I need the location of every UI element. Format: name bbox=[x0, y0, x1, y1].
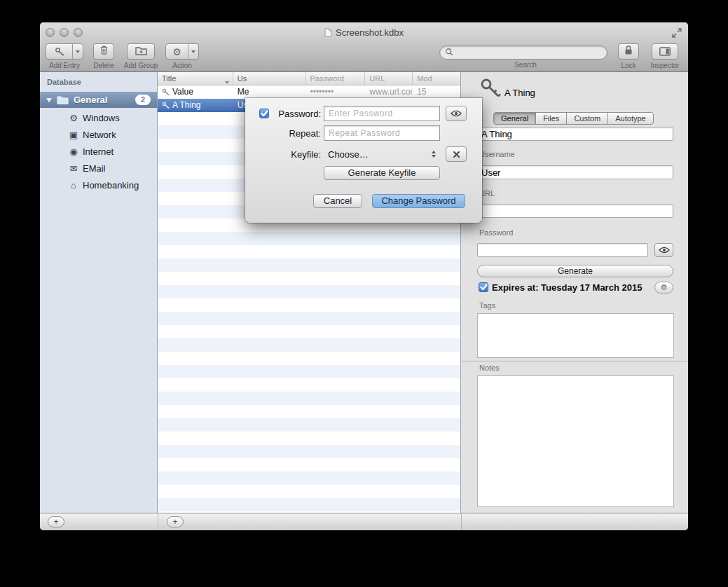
sidebar-item-label: General bbox=[74, 95, 135, 105]
tab-autotype[interactable]: Autotype bbox=[607, 112, 653, 125]
add-group-plus-button[interactable]: + bbox=[48, 516, 64, 527]
entry-modified: 15 bbox=[417, 85, 426, 99]
expires-settings-button[interactable]: ⚙ bbox=[654, 282, 673, 294]
generate-password-button[interactable]: Generate bbox=[477, 265, 673, 277]
keyfile-selected-value: Choose… bbox=[328, 149, 432, 160]
disclosure-triangle-icon[interactable] bbox=[46, 98, 52, 102]
sidebar-item-label: Homebanking bbox=[83, 180, 139, 191]
add-entry-button[interactable] bbox=[46, 43, 83, 60]
add-entry-plus-button[interactable]: + bbox=[167, 516, 184, 527]
divider bbox=[158, 513, 158, 530]
repeat-password-input[interactable] bbox=[324, 125, 440, 141]
change-password-button[interactable]: Change Password bbox=[372, 194, 465, 208]
inspector-item: Inspector bbox=[645, 43, 685, 69]
inspector-entry-title: A Thing bbox=[504, 88, 535, 98]
titlebar: Screenshot.kdbx bbox=[40, 27, 688, 39]
trash-icon bbox=[99, 45, 109, 58]
windows-group-icon: ⚙ bbox=[68, 113, 79, 123]
sort-indicator-icon bbox=[225, 77, 229, 85]
column-header-password[interactable]: Password bbox=[306, 72, 366, 85]
search-input[interactable] bbox=[456, 48, 596, 57]
sidebar-item-homebanking[interactable]: ⌂ Homebanking bbox=[40, 177, 157, 193]
search-label: Search bbox=[439, 61, 612, 69]
delete-label: Delete bbox=[89, 62, 118, 69]
key-icon bbox=[162, 88, 170, 96]
bottom-bar: + + bbox=[40, 513, 688, 530]
eye-icon bbox=[451, 107, 462, 120]
sidebar-item-email[interactable]: ✉ EMail bbox=[40, 160, 157, 177]
action-dropdown-icon[interactable] bbox=[188, 44, 198, 59]
username-label: Username bbox=[479, 150, 515, 158]
action-button[interactable]: ⚙ bbox=[165, 43, 199, 60]
inspector-tabs: General Files Custom Autotype bbox=[493, 112, 654, 125]
delete-button[interactable] bbox=[93, 43, 114, 60]
network-group-icon: ▣ bbox=[68, 130, 79, 140]
notes-textarea[interactable] bbox=[477, 375, 674, 507]
tags-label: Tags bbox=[479, 301, 495, 310]
password-label: Password: bbox=[272, 109, 321, 119]
divider bbox=[461, 513, 462, 530]
entry-title: A Thing bbox=[172, 99, 200, 112]
sidebar-item-internet[interactable]: ◉ Internet bbox=[40, 143, 157, 160]
check-icon bbox=[480, 284, 488, 291]
folder-add-icon bbox=[135, 46, 147, 58]
column-header-url[interactable]: URL bbox=[365, 72, 413, 85]
password-field[interactable] bbox=[477, 243, 648, 257]
entry-count-badge: 2 bbox=[135, 95, 151, 105]
action-label: Action bbox=[163, 62, 201, 69]
add-group-item: Add Group bbox=[120, 43, 162, 69]
fullscreen-icon[interactable] bbox=[672, 28, 682, 38]
password-input[interactable] bbox=[324, 106, 440, 121]
keyfile-popup[interactable]: Choose… bbox=[324, 146, 440, 162]
tab-general[interactable]: General bbox=[493, 112, 536, 125]
password-enable-checkbox[interactable] bbox=[259, 109, 269, 118]
eye-icon bbox=[659, 244, 670, 256]
inspector-divider bbox=[461, 361, 688, 361]
url-field[interactable] bbox=[477, 204, 673, 218]
entry-username: Me bbox=[238, 85, 249, 99]
tags-textarea[interactable] bbox=[477, 313, 674, 358]
search-icon bbox=[445, 46, 453, 59]
email-group-icon: ✉ bbox=[68, 163, 79, 174]
reveal-password-button[interactable] bbox=[654, 243, 673, 257]
homebanking-group-icon: ⌂ bbox=[68, 180, 79, 191]
lock-label: Lock bbox=[613, 62, 644, 69]
generate-keyfile-button[interactable]: Generate Keyfile bbox=[324, 166, 440, 180]
folder-icon bbox=[57, 95, 69, 104]
key-icon bbox=[479, 77, 502, 102]
sidebar-item-windows[interactable]: ⚙ Windows bbox=[40, 109, 157, 126]
inspector-label: Inspector bbox=[645, 62, 685, 69]
add-group-label: Add Group bbox=[120, 62, 162, 69]
sidebar-item-label: EMail bbox=[83, 163, 106, 174]
lock-button[interactable] bbox=[618, 43, 639, 60]
username-field[interactable] bbox=[477, 165, 673, 179]
column-header-username[interactable]: Us bbox=[233, 72, 306, 85]
add-group-button[interactable] bbox=[127, 43, 155, 60]
delete-item: Delete bbox=[89, 43, 118, 69]
cancel-button[interactable]: Cancel bbox=[313, 194, 362, 208]
reveal-password-button[interactable] bbox=[446, 106, 467, 121]
add-entry-label: Add Entry bbox=[43, 62, 86, 69]
sidebar-item-general[interactable]: General 2 bbox=[40, 92, 157, 108]
internet-group-icon: ◉ bbox=[68, 146, 79, 157]
clear-keyfile-button[interactable] bbox=[446, 146, 467, 162]
app-window: Screenshot.kdbx Add Entry Delete bbox=[40, 22, 688, 530]
padlock-icon bbox=[624, 45, 633, 58]
add-entry-dropdown-icon[interactable] bbox=[72, 44, 83, 59]
tab-custom[interactable]: Custom bbox=[566, 112, 608, 125]
sidebar-item-label: Internet bbox=[83, 146, 114, 157]
tab-files[interactable]: Files bbox=[535, 112, 567, 125]
title-field[interactable] bbox=[477, 127, 673, 141]
expires-label: Expires at: Tuesday 17 March 2015 bbox=[492, 282, 642, 293]
key-icon bbox=[162, 102, 170, 109]
expires-checkbox[interactable] bbox=[479, 282, 488, 292]
inspector-panel-icon[interactable] bbox=[652, 43, 678, 60]
table-row[interactable]: Value Me •••••••• www.url.com 15 bbox=[158, 85, 460, 99]
search-field[interactable] bbox=[439, 46, 607, 60]
change-password-sheet: Password: Repeat: Keyfile: Choose… Gener… bbox=[245, 98, 482, 223]
column-header-title[interactable]: Title bbox=[158, 72, 233, 85]
sidebar-item-network[interactable]: ▣ Network bbox=[40, 126, 157, 143]
repeat-label: Repeat: bbox=[272, 128, 321, 139]
column-header-modified[interactable]: Mod bbox=[413, 72, 460, 85]
sidebar: Database General 2 ⚙ Windows ▣ Network ◉… bbox=[40, 72, 158, 513]
